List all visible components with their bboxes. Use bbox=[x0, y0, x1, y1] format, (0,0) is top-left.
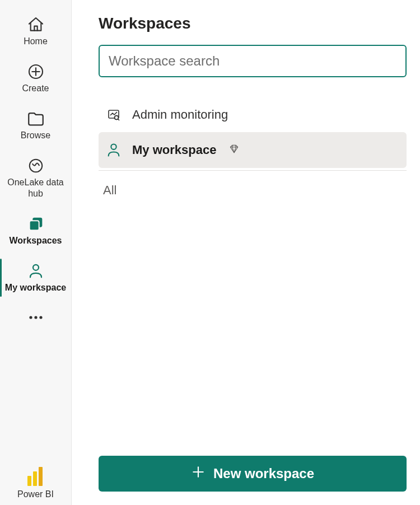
more-icon bbox=[28, 312, 44, 322]
nav-onelake-label: OneLake data hub bbox=[2, 177, 69, 199]
svg-point-8 bbox=[34, 316, 37, 319]
workspace-item-label: My workspace bbox=[132, 143, 216, 157]
left-nav: Home Create Browse OneLake data hub bbox=[0, 0, 72, 505]
person-icon bbox=[27, 260, 44, 282]
nav-my-workspace-label: My workspace bbox=[5, 282, 66, 293]
workspace-list: Admin monitoring My workspace All bbox=[99, 97, 407, 198]
plus-icon bbox=[191, 465, 206, 483]
nav-workspaces[interactable]: Workspaces bbox=[0, 207, 71, 254]
monitoring-icon bbox=[105, 108, 122, 121]
panel-title: Workspaces bbox=[99, 15, 407, 32]
section-all-label: All bbox=[103, 183, 407, 198]
nav-create-label: Create bbox=[22, 83, 49, 94]
nav-browse-label: Browse bbox=[21, 130, 50, 141]
svg-point-7 bbox=[29, 316, 32, 319]
workspaces-icon bbox=[26, 213, 45, 235]
plus-circle-icon bbox=[27, 60, 45, 83]
onelake-icon bbox=[27, 155, 44, 177]
workspace-item-admin-monitoring[interactable]: Admin monitoring bbox=[99, 97, 407, 132]
nav-more[interactable] bbox=[0, 301, 71, 334]
nav-powerbi-label: Power BI bbox=[17, 489, 54, 499]
nav-home[interactable]: Home bbox=[0, 8, 71, 55]
svg-point-9 bbox=[39, 316, 42, 319]
svg-line-13 bbox=[118, 119, 120, 121]
workspaces-panel: Workspaces Admin monitoring bbox=[72, 0, 420, 505]
nav-create[interactable]: Create bbox=[0, 55, 71, 102]
svg-point-14 bbox=[111, 144, 116, 149]
nav-powerbi[interactable]: Power BI bbox=[0, 466, 71, 505]
new-workspace-label: New workspace bbox=[213, 466, 314, 481]
diamond-icon bbox=[228, 143, 240, 157]
nav-workspaces-label: Workspaces bbox=[10, 235, 62, 246]
powerbi-icon bbox=[27, 466, 44, 486]
folder-icon bbox=[26, 107, 45, 130]
person-icon bbox=[105, 142, 122, 158]
nav-onelake[interactable]: OneLake data hub bbox=[0, 149, 71, 207]
home-icon bbox=[27, 13, 45, 36]
nav-browse[interactable]: Browse bbox=[0, 102, 71, 149]
nav-my-workspace[interactable]: My workspace bbox=[0, 254, 71, 301]
nav-home-label: Home bbox=[24, 36, 48, 47]
workspace-search-input[interactable] bbox=[99, 45, 407, 77]
workspace-item-my-workspace[interactable]: My workspace bbox=[99, 132, 407, 168]
workspace-item-label: Admin monitoring bbox=[132, 107, 228, 122]
svg-point-3 bbox=[29, 160, 42, 172]
new-workspace-button[interactable]: New workspace bbox=[99, 456, 407, 492]
svg-point-6 bbox=[33, 265, 39, 270]
divider bbox=[99, 170, 407, 171]
svg-rect-5 bbox=[29, 221, 39, 230]
